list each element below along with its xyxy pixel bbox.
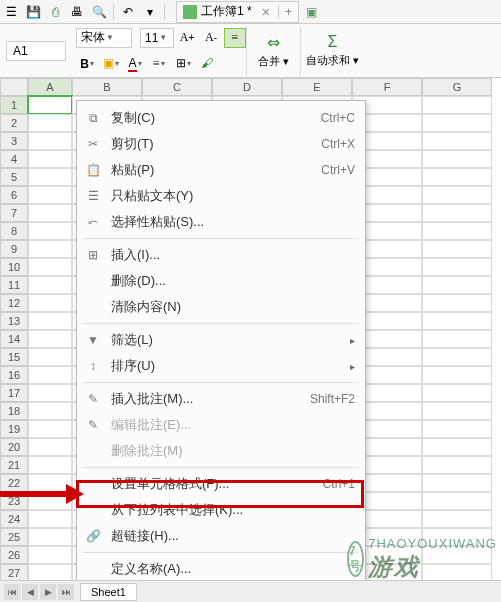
cell[interactable] xyxy=(28,312,72,330)
row-header[interactable]: 9 xyxy=(0,240,28,258)
column-header[interactable]: D xyxy=(212,78,282,96)
cell[interactable] xyxy=(422,330,492,348)
row-header[interactable]: 11 xyxy=(0,276,28,294)
menu-item[interactable]: 定义名称(A)... xyxy=(77,556,365,582)
cell[interactable] xyxy=(28,366,72,384)
ribbon-toggle-icon[interactable]: ▣ xyxy=(303,5,317,19)
cell[interactable] xyxy=(422,132,492,150)
font-name-select[interactable]: 宋体▼ xyxy=(76,28,132,48)
cell[interactable] xyxy=(422,366,492,384)
cell[interactable] xyxy=(422,240,492,258)
column-header[interactable]: E xyxy=(282,78,352,96)
next-sheet-button[interactable]: ▶ xyxy=(40,584,56,600)
name-box[interactable]: A1 xyxy=(6,41,66,61)
cell[interactable] xyxy=(422,204,492,222)
cell[interactable] xyxy=(28,384,72,402)
cell[interactable] xyxy=(422,312,492,330)
cell[interactable] xyxy=(28,204,72,222)
select-all-corner[interactable] xyxy=(0,78,28,96)
fill-color-button[interactable]: ▣▾ xyxy=(100,54,122,74)
menu-item[interactable]: ☰只粘贴文本(Y) xyxy=(77,183,365,209)
cell[interactable] xyxy=(28,474,72,492)
document-tab[interactable]: 工作簿1 * × + xyxy=(176,1,299,23)
column-header[interactable]: B xyxy=(72,78,142,96)
cell[interactable] xyxy=(28,150,72,168)
row-header[interactable]: 2 xyxy=(0,114,28,132)
row-header[interactable]: 26 xyxy=(0,546,28,564)
cell[interactable] xyxy=(422,510,492,528)
menu-item[interactable]: 📋粘贴(P)Ctrl+V xyxy=(77,157,365,183)
menu-item[interactable]: 清除内容(N) xyxy=(77,294,365,320)
menu-icon[interactable]: ☰ xyxy=(2,3,20,21)
cell[interactable] xyxy=(422,474,492,492)
row-header[interactable]: 6 xyxy=(0,186,28,204)
row-header[interactable]: 15 xyxy=(0,348,28,366)
font-color-button[interactable]: A▾ xyxy=(124,54,146,74)
last-sheet-button[interactable]: ⏭ xyxy=(58,584,74,600)
row-header[interactable]: 22 xyxy=(0,474,28,492)
row-header[interactable]: 24 xyxy=(0,510,28,528)
cell[interactable] xyxy=(422,168,492,186)
merge-button[interactable]: ⇔ 合并 ▾ xyxy=(246,26,300,76)
menu-item[interactable]: 🔗超链接(H)... xyxy=(77,523,365,549)
cell[interactable] xyxy=(28,510,72,528)
row-header[interactable]: 13 xyxy=(0,312,28,330)
row-header[interactable]: 12 xyxy=(0,294,28,312)
menu-item[interactable]: ✎插入批注(M)...Shift+F2 xyxy=(77,386,365,412)
cell[interactable] xyxy=(422,114,492,132)
row-header[interactable]: 14 xyxy=(0,330,28,348)
column-header[interactable]: F xyxy=(352,78,422,96)
preview-icon[interactable]: 🔍 xyxy=(90,3,108,21)
format-painter-icon[interactable]: 🖌 xyxy=(196,54,218,74)
menu-item[interactable]: ▼筛选(L)▸ xyxy=(77,327,365,353)
menu-item[interactable]: ⤺选择性粘贴(S)... xyxy=(77,209,365,235)
cell[interactable] xyxy=(422,150,492,168)
cell[interactable] xyxy=(28,114,72,132)
cell[interactable] xyxy=(28,258,72,276)
cell[interactable] xyxy=(28,96,72,114)
cell[interactable] xyxy=(28,456,72,474)
first-sheet-button[interactable]: ⏮ xyxy=(4,584,20,600)
row-header[interactable]: 8 xyxy=(0,222,28,240)
border-button[interactable]: ⊞▾ xyxy=(172,54,194,74)
cell[interactable] xyxy=(422,222,492,240)
row-header[interactable]: 3 xyxy=(0,132,28,150)
prev-sheet-button[interactable]: ◀ xyxy=(22,584,38,600)
column-header[interactable]: A xyxy=(28,78,72,96)
undo-icon[interactable]: ↶ xyxy=(119,3,137,21)
row-header[interactable]: 19 xyxy=(0,420,28,438)
cell[interactable] xyxy=(28,276,72,294)
menu-item[interactable]: ↕排序(U)▸ xyxy=(77,353,365,379)
menu-item[interactable]: ✂剪切(T)Ctrl+X xyxy=(77,131,365,157)
cell[interactable] xyxy=(422,438,492,456)
bold-button[interactable]: B▾ xyxy=(76,54,98,74)
redo-icon[interactable]: ▾ xyxy=(141,3,159,21)
cell[interactable] xyxy=(28,420,72,438)
cell[interactable] xyxy=(28,240,72,258)
cell[interactable] xyxy=(422,258,492,276)
column-header[interactable]: C xyxy=(142,78,212,96)
cell[interactable] xyxy=(422,186,492,204)
cell[interactable] xyxy=(28,294,72,312)
cell[interactable] xyxy=(28,132,72,150)
cell[interactable] xyxy=(28,168,72,186)
save-icon[interactable]: 💾 xyxy=(24,3,42,21)
menu-item[interactable]: 设置单元格格式(F)...Ctrl+1 xyxy=(77,471,365,497)
cell[interactable] xyxy=(28,528,72,546)
row-header[interactable]: 18 xyxy=(0,402,28,420)
cell[interactable] xyxy=(422,402,492,420)
row-header[interactable]: 5 xyxy=(0,168,28,186)
autosum-button[interactable]: Σ 自动求和 ▾ xyxy=(300,26,364,76)
row-header[interactable]: 20 xyxy=(0,438,28,456)
row-header[interactable]: 16 xyxy=(0,366,28,384)
cell[interactable] xyxy=(28,402,72,420)
increase-font-icon[interactable]: A+ xyxy=(176,28,198,48)
decrease-font-icon[interactable]: A- xyxy=(200,28,222,48)
menu-item[interactable]: ⧉复制(C)Ctrl+C xyxy=(77,105,365,131)
close-tab-icon[interactable]: × xyxy=(262,4,270,20)
wrap-text-icon[interactable]: ≡ xyxy=(224,28,246,48)
cell[interactable] xyxy=(28,438,72,456)
cell[interactable] xyxy=(28,222,72,240)
cell[interactable] xyxy=(28,492,72,510)
cell[interactable] xyxy=(422,96,492,114)
